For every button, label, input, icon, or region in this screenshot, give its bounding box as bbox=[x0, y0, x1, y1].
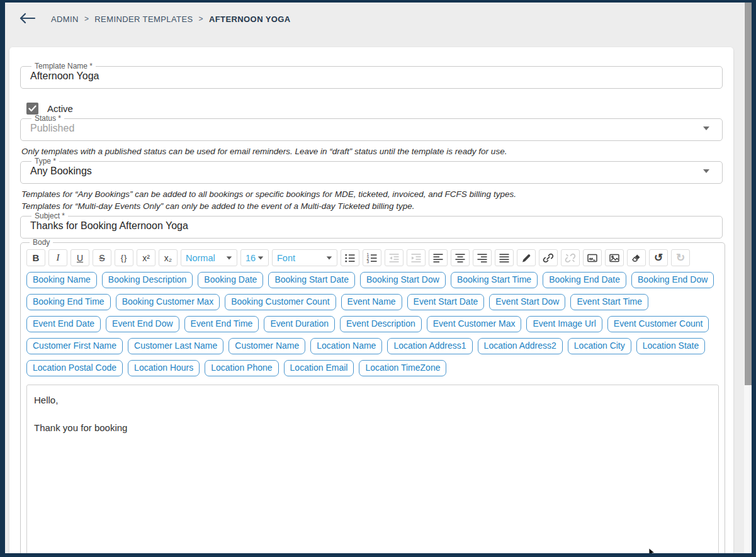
subject-field[interactable]: Subject * Thanks for Booking Afternoon Y… bbox=[20, 212, 723, 239]
font-family-dropdown[interactable]: Font bbox=[272, 249, 337, 266]
merge-field-chip[interactable]: Event Start Date bbox=[407, 294, 485, 310]
template-name-input[interactable]: Afternoon Yoga bbox=[30, 70, 99, 82]
merge-field-chip[interactable]: Event End Date bbox=[26, 316, 101, 332]
scrollbar-track[interactable] bbox=[744, 3, 752, 553]
bold-button[interactable]: B bbox=[26, 249, 45, 266]
undo-button[interactable]: ↺ bbox=[649, 249, 668, 266]
underline-button[interactable]: U bbox=[71, 249, 89, 266]
text-color-button[interactable] bbox=[517, 249, 536, 266]
chevron-down-icon bbox=[703, 127, 709, 130]
body-editor-line: Thank you for booking bbox=[34, 421, 711, 435]
video-button[interactable] bbox=[583, 249, 602, 266]
editor-toolbar: B I U S {} x² x₂ Normal 16 bbox=[26, 249, 719, 266]
strikethrough-button[interactable]: S bbox=[93, 249, 111, 266]
page: ADMIN > REMINDER TEMPLATES > AFTERNOON Y… bbox=[5, 3, 752, 553]
clear-format-button[interactable] bbox=[627, 249, 646, 266]
merge-field-chip[interactable]: Event Start Time bbox=[570, 294, 648, 310]
merge-field-chip[interactable]: Event Customer Count bbox=[607, 316, 709, 332]
breadcrumb-reminder-templates[interactable]: REMINDER TEMPLATES bbox=[94, 14, 193, 24]
merge-field-chip[interactable]: Booking Customer Max bbox=[116, 294, 220, 310]
merge-field-chip[interactable]: Event Description bbox=[340, 316, 422, 332]
code-button[interactable]: {} bbox=[115, 249, 133, 266]
merge-field-chip[interactable]: Booking Customer Count bbox=[225, 294, 336, 310]
image-button[interactable] bbox=[605, 249, 624, 266]
app-frame: ADMIN > REMINDER TEMPLATES > AFTERNOON Y… bbox=[0, 0, 756, 557]
chevron-down-icon bbox=[327, 256, 332, 259]
merge-field-chip[interactable]: Location State bbox=[636, 338, 706, 354]
merge-field-chip[interactable]: Event Image Url bbox=[526, 316, 602, 332]
merge-field-chip[interactable]: Booking Start Date bbox=[268, 272, 355, 288]
merge-field-chip[interactable]: Location Address2 bbox=[478, 338, 563, 354]
merge-field-chip[interactable]: Booking Date bbox=[198, 272, 263, 288]
scrollbar-thumb[interactable] bbox=[745, 3, 752, 385]
merge-field-chip[interactable]: Location Hours bbox=[128, 360, 200, 376]
arrow-left-icon bbox=[19, 13, 36, 26]
subject-label: Subject * bbox=[31, 212, 68, 220]
merge-field-chip[interactable]: Customer First Name bbox=[26, 338, 123, 354]
template-name-label: Template Name * bbox=[31, 62, 96, 70]
unlink-button bbox=[561, 249, 580, 266]
paragraph-style-dropdown[interactable]: Normal bbox=[181, 249, 237, 266]
numbered-list-icon: 1 2 3 bbox=[366, 252, 378, 264]
chevron-down-icon bbox=[703, 169, 709, 173]
merge-field-chip[interactable]: Customer Last Name bbox=[128, 338, 223, 354]
align-right-button[interactable] bbox=[473, 249, 492, 266]
active-checkbox[interactable] bbox=[26, 103, 38, 115]
bullet-list-button[interactable] bbox=[341, 249, 359, 266]
merge-field-chip[interactable]: Event Name bbox=[341, 294, 402, 310]
indent-button bbox=[407, 249, 426, 266]
body-editor-line: Hello, bbox=[34, 393, 711, 407]
merge-fields: Booking NameBooking DescriptionBooking D… bbox=[26, 272, 719, 376]
align-left-button[interactable] bbox=[429, 249, 448, 266]
body-editor[interactable]: Hello, Thank you for booking bbox=[26, 385, 719, 553]
image-icon bbox=[609, 252, 620, 264]
merge-field-chip[interactable]: Event Duration bbox=[264, 316, 335, 332]
breadcrumb-separator: > bbox=[84, 14, 89, 23]
active-label: Active bbox=[47, 103, 73, 114]
merge-field-chip[interactable]: Booking Start Time bbox=[451, 272, 538, 288]
link-button[interactable] bbox=[539, 249, 558, 266]
italic-button[interactable]: I bbox=[48, 249, 67, 266]
merge-field-chip[interactable]: Event Start Dow bbox=[489, 294, 565, 310]
align-justify-icon bbox=[499, 252, 510, 264]
indent-icon bbox=[410, 252, 422, 264]
body-field: Body B I U S {} x² x₂ Normal 16 bbox=[20, 239, 725, 553]
merge-field-chip[interactable]: Event End Time bbox=[184, 316, 259, 332]
type-helper-line-2: Templates for “Multi-day Events Only” ca… bbox=[21, 200, 721, 212]
breadcrumb-current-page: AFTERNOON YOGA bbox=[209, 14, 291, 24]
merge-field-chip[interactable]: Location Postal Code bbox=[26, 360, 123, 376]
merge-field-chip[interactable]: Location TimeZone bbox=[359, 360, 446, 376]
merge-field-chip[interactable]: Booking Name bbox=[26, 272, 97, 288]
type-value[interactable]: Any Bookings bbox=[30, 166, 92, 177]
merge-field-chip[interactable]: Booking End Time bbox=[26, 294, 111, 310]
subject-input[interactable]: Thanks for Booking Afternoon Yoga bbox=[30, 220, 188, 232]
superscript-button[interactable]: x² bbox=[137, 249, 155, 266]
checkmark-icon bbox=[28, 105, 37, 112]
subscript-button[interactable]: x₂ bbox=[159, 249, 178, 266]
merge-field-chip[interactable]: Location Email bbox=[284, 360, 354, 376]
align-justify-button[interactable] bbox=[495, 249, 514, 266]
chevron-down-icon bbox=[258, 256, 264, 259]
merge-field-chip[interactable]: Location City bbox=[568, 338, 631, 354]
redo-button: ↻ bbox=[671, 249, 690, 266]
paragraph-style-value: Normal bbox=[186, 253, 215, 263]
unlink-icon bbox=[565, 252, 576, 264]
merge-field-chip[interactable]: Booking End Date bbox=[543, 272, 626, 288]
merge-field-chip[interactable]: Location Address1 bbox=[387, 338, 472, 354]
numbered-list-button[interactable]: 1 2 3 bbox=[363, 249, 381, 266]
template-name-field[interactable]: Template Name * Afternoon Yoga bbox=[20, 62, 723, 89]
merge-field-chip[interactable]: Event End Dow bbox=[106, 316, 179, 332]
type-field[interactable]: Type * Any Bookings bbox=[20, 157, 723, 184]
back-button[interactable] bbox=[18, 11, 37, 27]
merge-field-chip[interactable]: Booking End Dow bbox=[631, 272, 714, 288]
breadcrumb-admin[interactable]: ADMIN bbox=[51, 14, 79, 24]
merge-field-chip[interactable]: Booking Start Dow bbox=[360, 272, 446, 288]
merge-field-chip[interactable]: Booking Description bbox=[102, 272, 193, 288]
align-center-button[interactable] bbox=[451, 249, 470, 266]
merge-field-chip[interactable]: Location Name bbox=[310, 338, 382, 354]
merge-field-chip[interactable]: Event Customer Max bbox=[427, 316, 522, 332]
merge-field-chip[interactable]: Customer Name bbox=[228, 338, 305, 354]
bullet-list-icon bbox=[344, 252, 356, 264]
merge-field-chip[interactable]: Location Phone bbox=[205, 360, 278, 376]
font-size-dropdown[interactable]: 16 bbox=[240, 249, 269, 266]
